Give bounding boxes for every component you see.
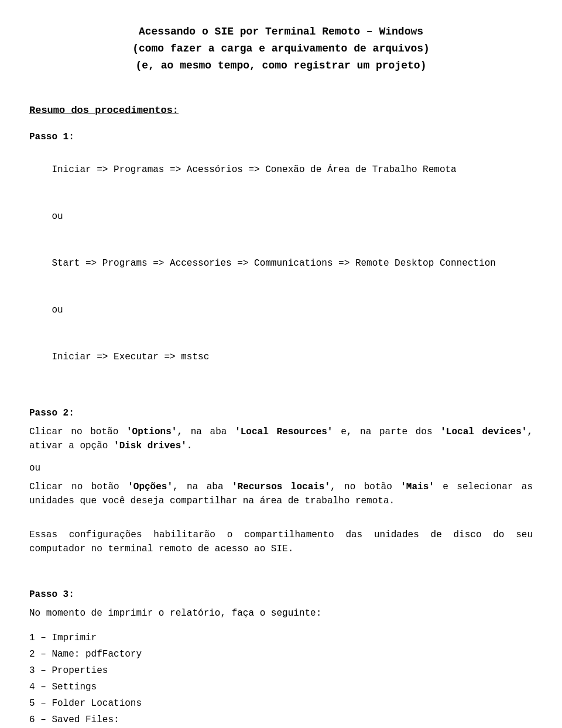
step1-ou2: ou [29, 289, 533, 331]
list-item-1: 1 – Imprimir [29, 631, 533, 645]
step3-intro: No momento de imprimir o relatório, faça… [29, 606, 533, 620]
page-content: Acessando o SIE por Terminal Remoto – Wi… [29, 23, 533, 728]
step1-line3: Iniciar => Executar => mstsc [29, 336, 533, 378]
config-note: Essas configurações habilitarão o compar… [29, 528, 533, 556]
list-item-5: 5 – Folder Locations [29, 696, 533, 710]
title-line1: Acessando o SIE por Terminal Remoto – Wi… [29, 23, 533, 40]
title-line3: (e, ao mesmo tempo, como registrar um pr… [29, 57, 533, 74]
step1-ou1: ou [29, 195, 533, 238]
step2-para2: Clicar no botão 'Opções', na aba 'Recurs… [29, 480, 533, 508]
list-item-4: 4 – Settings [29, 680, 533, 694]
title-line2: (como fazer a carga e arquivamento de ar… [29, 40, 533, 57]
page-title: Acessando o SIE por Terminal Remoto – Wi… [29, 23, 533, 74]
step2-para1: Clicar no botão 'Options', na aba 'Local… [29, 425, 533, 453]
step1-line1: Iniciar => Programas => Acessórios => Co… [29, 149, 533, 191]
list-item-3: 3 – Properties [29, 664, 533, 678]
step2-heading: Passo 2: [29, 406, 533, 420]
step3-heading: Passo 3: [29, 588, 533, 602]
list-item-6: 6 – Saved Files: [29, 713, 533, 727]
summary-heading: Resumo dos procedimentos: [29, 103, 533, 118]
step1-line2: Start => Programs => Accessories => Comm… [29, 242, 533, 284]
list-item-2: 2 – Name: pdfFactory [29, 647, 533, 661]
step2-ou: ou [29, 461, 533, 475]
step1-heading: Passo 1: [29, 130, 533, 144]
